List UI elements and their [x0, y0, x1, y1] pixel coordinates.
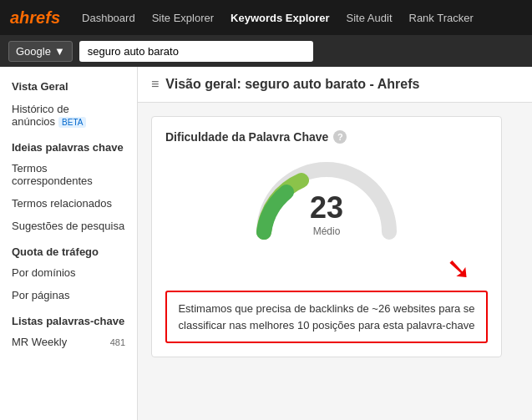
- nav-keywords-explorer[interactable]: Keywords Explorer: [231, 12, 330, 24]
- content-body: Dificuldade da Palavra Chave ? 23 Médio: [138, 103, 532, 371]
- nav-rank-tracker[interactable]: Rank Tracker: [409, 12, 474, 24]
- sidebar-item-termos-correspondentes[interactable]: Termos correspondentes: [0, 157, 137, 192]
- help-icon[interactable]: ?: [333, 130, 347, 144]
- gauge-container: 23 Médio: [165, 157, 488, 240]
- logo: ahrefs: [10, 8, 60, 28]
- chevron-down-icon: ▼: [54, 45, 65, 58]
- sidebar-group-quota: Quota de tráfego: [0, 237, 137, 261]
- sidebar-item-mr-weekly[interactable]: MR Weekly 481: [0, 331, 137, 353]
- sidebar-item-por-dominios[interactable]: Por domínios: [0, 261, 137, 284]
- difficulty-card: Dificuldade da Palavra Chave ? 23 Médio: [151, 116, 502, 357]
- gauge-score: 23: [310, 190, 343, 225]
- nav-site-audit[interactable]: Site Audit: [347, 12, 393, 24]
- main-layout: Vista Geral Histórico de anúnciosBETA Id…: [0, 67, 532, 420]
- content-header: ≡ Visão geral: seguro auto barato - Ahre…: [138, 67, 532, 103]
- red-arrow-icon: ➘: [446, 254, 471, 284]
- sidebar-group-listas: Listas palavras-chave: [0, 306, 137, 331]
- sidebar-item-termos-relacionados[interactable]: Termos relacionados: [0, 192, 137, 215]
- top-nav: ahrefs Dashboard Site Explorer Keywords …: [0, 0, 532, 35]
- engine-label: Google: [16, 45, 51, 58]
- sidebar-item-sugestoes[interactable]: Sugestões de pesquisa: [0, 215, 137, 237]
- arrow-container: ➘: [165, 254, 488, 284]
- sidebar-item-mr-weekly-label: MR Weekly: [12, 336, 67, 348]
- gauge-label: Médio: [313, 225, 341, 237]
- menu-icon: ≡: [151, 77, 159, 92]
- search-bar: Google ▼: [0, 35, 532, 67]
- sidebar-group-ideias: Ideias palavras chave: [0, 133, 137, 157]
- sidebar: Vista Geral Histórico de anúnciosBETA Id…: [0, 67, 138, 420]
- engine-select[interactable]: Google ▼: [8, 41, 73, 62]
- sidebar-item-por-paginas[interactable]: Por páginas: [0, 284, 137, 306]
- difficulty-title: Dificuldade da Palavra Chave ?: [165, 130, 488, 144]
- estimate-box: Estimamos que precisa de backlinks de ~2…: [165, 291, 488, 343]
- estimate-text: Estimamos que precisa de backlinks de ~2…: [178, 302, 474, 331]
- beta-badge: BETA: [58, 117, 86, 128]
- nav-site-explorer[interactable]: Site Explorer: [152, 12, 214, 24]
- nav-dashboard[interactable]: Dashboard: [82, 12, 135, 24]
- mr-weekly-badge: 481: [110, 337, 125, 347]
- sidebar-item-vista-geral[interactable]: Vista Geral: [0, 75, 137, 98]
- page-title: Visão geral: seguro auto barato - Ahrefs: [165, 77, 419, 92]
- sidebar-item-historico[interactable]: Histórico de anúnciosBETA: [0, 98, 137, 133]
- keyword-search-input[interactable]: [79, 41, 313, 62]
- content-area: ≡ Visão geral: seguro auto barato - Ahre…: [138, 67, 532, 420]
